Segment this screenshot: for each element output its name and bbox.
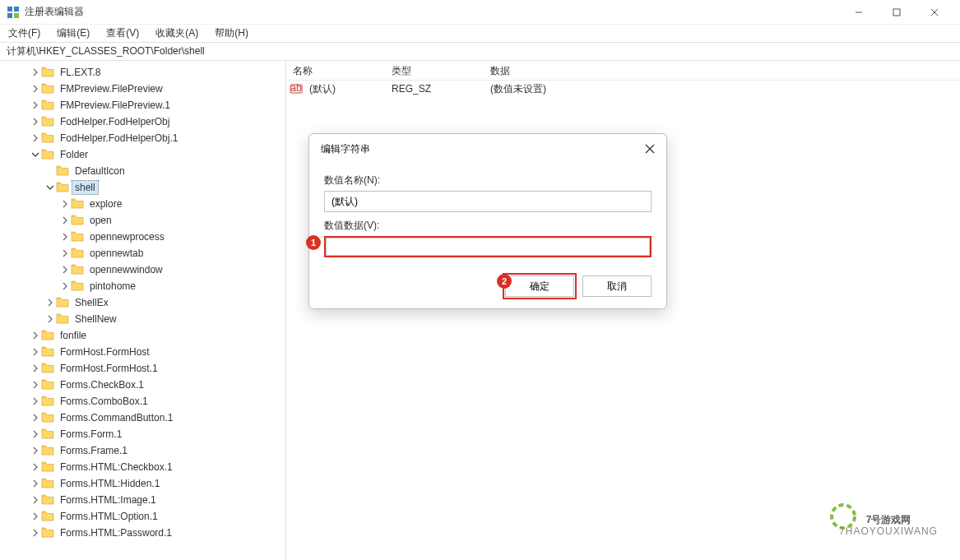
- tree-item[interactable]: opennewprocess: [0, 229, 285, 245]
- chevron-right-icon[interactable]: [30, 428, 41, 440]
- dialog-close-button[interactable]: [642, 141, 658, 157]
- tree-item[interactable]: FodHelper.FodHelperObj.1: [0, 130, 285, 146]
- tree-item-label: opennewtab: [87, 247, 146, 260]
- folder-icon: [41, 345, 54, 359]
- tree-item-label: Forms.CheckBox.1: [58, 378, 146, 391]
- tree-item[interactable]: DefaultIcon: [0, 163, 285, 179]
- tree-item[interactable]: Forms.Form.1: [0, 426, 285, 442]
- tree-item[interactable]: FMPreview.FilePreview.1: [0, 97, 285, 113]
- tree-item[interactable]: Forms.CommandButton.1: [0, 410, 285, 426]
- chevron-right-icon[interactable]: [30, 511, 41, 522]
- folder-icon: [41, 132, 54, 146]
- tree-pane[interactable]: FL.EXT.8FMPreview.FilePreviewFMPreview.F…: [0, 61, 286, 560]
- value-name-input[interactable]: [324, 191, 652, 212]
- tree-item[interactable]: Forms.HTML:Checkbox.1: [0, 459, 285, 475]
- tree-item-label: fonfile: [58, 329, 89, 342]
- tree-item-label: DefaultIcon: [72, 164, 128, 178]
- chevron-down-icon[interactable]: [30, 149, 41, 160]
- tree-item[interactable]: FL.EXT.8: [0, 64, 285, 81]
- chevron-right-icon[interactable]: [59, 280, 71, 292]
- tree-item[interactable]: pintohome: [0, 278, 285, 294]
- tree-item-label: ShellEx: [72, 296, 111, 309]
- chevron-right-icon[interactable]: [59, 248, 71, 259]
- chevron-right-icon[interactable]: [30, 527, 41, 539]
- chevron-right-icon[interactable]: [30, 100, 41, 111]
- chevron-right-icon[interactable]: [30, 116, 41, 127]
- tree-item[interactable]: opennewwindow: [0, 261, 285, 278]
- chevron-right-icon[interactable]: [44, 313, 56, 325]
- chevron-right-icon[interactable]: [30, 83, 41, 95]
- chevron-right-icon[interactable]: [30, 379, 41, 391]
- chevron-right-icon[interactable]: [59, 264, 71, 275]
- value-data-input[interactable]: [326, 238, 650, 256]
- tree-item[interactable]: FormHost.FormHost: [0, 344, 285, 360]
- menu-view[interactable]: 查看(V): [103, 25, 142, 42]
- chevron-right-icon[interactable]: [30, 363, 41, 374]
- tree-item[interactable]: ShellNew: [0, 311, 285, 327]
- menu-file[interactable]: 文件(F): [5, 25, 44, 42]
- column-name[interactable]: 名称: [286, 61, 385, 80]
- tree-item-label: Forms.Form.1: [58, 428, 124, 441]
- tree-item-label: open: [87, 214, 114, 227]
- tree-item[interactable]: FMPreview.FilePreview: [0, 81, 285, 97]
- chevron-right-icon[interactable]: [30, 346, 41, 358]
- window-title: 注册表编辑器: [25, 5, 840, 19]
- svg-rect-0: [7, 7, 12, 12]
- chevron-right-icon[interactable]: [30, 132, 41, 144]
- chevron-right-icon[interactable]: [30, 461, 41, 473]
- chevron-right-icon[interactable]: [30, 67, 41, 78]
- tree-item[interactable]: FodHelper.FodHelperObj: [0, 113, 285, 130]
- folder-icon: [41, 411, 54, 425]
- tree-item[interactable]: Forms.HTML:Option.1: [0, 508, 285, 525]
- menu-help[interactable]: 帮助(H): [211, 25, 252, 42]
- chevron-right-icon[interactable]: [59, 198, 71, 210]
- tree-item[interactable]: shell: [0, 179, 285, 196]
- tree-item[interactable]: Forms.HTML:Password.1: [0, 525, 285, 541]
- cancel-button[interactable]: 取消: [582, 275, 652, 297]
- tree-item-label: pintohome: [87, 280, 138, 293]
- column-data[interactable]: 数据: [484, 61, 960, 80]
- folder-icon: [41, 460, 54, 474]
- chevron-down-icon[interactable]: [44, 182, 56, 193]
- tree-item[interactable]: Forms.HTML:Image.1: [0, 492, 285, 508]
- chevron-right-icon[interactable]: [30, 396, 41, 407]
- chevron-right-icon[interactable]: [59, 215, 71, 226]
- folder-icon: [41, 395, 54, 409]
- tree-item[interactable]: FormHost.FormHost.1: [0, 360, 285, 377]
- tree-item[interactable]: open: [0, 212, 285, 229]
- address-bar[interactable]: 计算机\HKEY_CLASSES_ROOT\Folder\shell: [0, 43, 960, 61]
- chevron-right-icon[interactable]: [59, 231, 71, 243]
- tree-item-label: Folder: [58, 148, 90, 161]
- close-button[interactable]: [916, 0, 953, 25]
- column-type[interactable]: 类型: [385, 61, 484, 80]
- folder-icon: [41, 378, 54, 392]
- minimize-button[interactable]: [840, 0, 878, 25]
- list-row[interactable]: ab (默认) REG_SZ (数值未设置): [286, 81, 960, 97]
- chevron-right-icon[interactable]: [30, 478, 41, 489]
- maximize-button[interactable]: [878, 0, 916, 25]
- tree-item[interactable]: explore: [0, 196, 285, 212]
- tree-item[interactable]: Forms.HTML:Hidden.1: [0, 475, 285, 492]
- tree-item-label: FodHelper.FodHelperObj: [58, 115, 172, 128]
- chevron-right-icon[interactable]: [30, 412, 41, 423]
- tree-item-label: Forms.ComboBox.1: [58, 395, 151, 408]
- tree-item-label: FodHelper.FodHelperObj.1: [58, 132, 180, 145]
- ok-button[interactable]: 确定: [505, 275, 574, 297]
- tree-item[interactable]: Forms.CheckBox.1: [0, 377, 285, 393]
- chevron-right-icon[interactable]: [30, 445, 41, 456]
- title-bar: 注册表编辑器: [0, 0, 960, 25]
- tree-item[interactable]: fonfile: [0, 327, 285, 344]
- folder-icon: [71, 214, 84, 228]
- tree-item[interactable]: opennewtab: [0, 245, 285, 261]
- chevron-right-icon[interactable]: [30, 330, 41, 341]
- tree-item[interactable]: Forms.ComboBox.1: [0, 393, 285, 410]
- menu-edit[interactable]: 编辑(E): [53, 25, 93, 42]
- tree-item[interactable]: Forms.Frame.1: [0, 442, 285, 459]
- chevron-right-icon[interactable]: [44, 297, 56, 308]
- tree-item[interactable]: ShellEx: [0, 294, 285, 311]
- tree-item[interactable]: Folder: [0, 146, 285, 163]
- chevron-right-icon[interactable]: [30, 494, 41, 506]
- menu-favorites[interactable]: 收藏夹(A): [152, 25, 202, 42]
- tree-item-label: FL.EXT.8: [58, 66, 103, 79]
- regedit-icon: [7, 6, 20, 19]
